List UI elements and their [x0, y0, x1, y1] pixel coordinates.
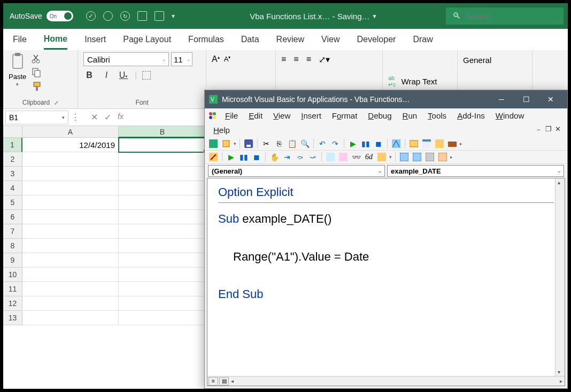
cell-B6[interactable]	[119, 210, 206, 224]
toolbar-object-icon[interactable]	[434, 138, 445, 149]
vba-menu-view[interactable]: View	[268, 110, 296, 121]
tab-review[interactable]: Review	[276, 30, 304, 49]
cell-B9[interactable]	[119, 253, 206, 268]
select-all-corner[interactable]	[3, 126, 22, 138]
orientation-icon[interactable]: ⤢▾	[319, 54, 330, 65]
vba-object-dropdown[interactable]: (General) ⌵	[208, 165, 385, 177]
vba-menu-tools[interactable]: Tools	[422, 110, 452, 121]
toolbar-find-icon[interactable]: 🔍	[299, 138, 310, 149]
toolbar-toolbox-icon[interactable]	[447, 138, 458, 149]
toolbar2-callstack-icon[interactable]	[376, 152, 387, 162]
vba-horizontal-scrollbar[interactable]: ◂ ▸	[229, 378, 565, 384]
vba-titlebar[interactable]: V Microsoft Visual Basic for Application…	[205, 90, 567, 108]
toolbar2-watch-icon[interactable]: 👓	[351, 152, 361, 162]
cell-A4[interactable]	[22, 181, 119, 195]
toolbar-dd-icon[interactable]: ▾	[234, 141, 236, 146]
toolbar-properties-icon[interactable]	[421, 138, 432, 149]
toolbar2-quickwatch-icon[interactable]: 6d	[364, 152, 374, 162]
cancel-icon[interactable]: ✕	[91, 112, 98, 122]
vba-procedure-dropdown[interactable]: example_DATE ⌵	[387, 165, 564, 177]
cell-B10[interactable]	[119, 268, 206, 282]
cell-A5[interactable]	[22, 195, 119, 210]
cell-A1[interactable]: 12/4/2019	[22, 138, 119, 152]
shrink-font-icon[interactable]: A▾	[224, 55, 231, 63]
toolbar2-win3-icon[interactable]	[425, 152, 435, 162]
qat-icon-2[interactable]	[103, 11, 113, 21]
title-dropdown-icon[interactable]: ▼	[372, 13, 377, 19]
tab-developer[interactable]: Developer	[357, 30, 396, 49]
tab-insert[interactable]: Insert	[84, 30, 106, 49]
mdi-close-icon[interactable]: ✕	[555, 125, 561, 135]
tab-view[interactable]: View	[321, 30, 339, 49]
close-button[interactable]: ✕	[538, 90, 563, 108]
cell-A8[interactable]	[22, 239, 119, 253]
maximize-button[interactable]: ☐	[514, 90, 538, 108]
tab-data[interactable]: Data	[241, 30, 259, 49]
cell-B3[interactable]	[119, 167, 206, 181]
cell-B12[interactable]	[119, 296, 206, 311]
number-format-dropdown[interactable]: General	[463, 56, 491, 65]
vba-menu-run[interactable]: Run	[397, 110, 423, 121]
toolbar2-icon1[interactable]	[208, 152, 219, 162]
vba-menu-file[interactable]: File	[220, 110, 243, 121]
vba-code-pane[interactable]: Option Explicit Sub example_DATE() Range…	[207, 178, 565, 386]
vba-code-content[interactable]: Option Explicit Sub example_DATE() Range…	[207, 178, 565, 376]
search-box[interactable]: 🔍︎	[446, 7, 564, 25]
row-header-5[interactable]: 5	[3, 195, 22, 210]
qat-icon-5[interactable]	[155, 11, 164, 21]
toolbar-paste-icon[interactable]: 📋	[287, 138, 297, 149]
toolbar2-win4-icon[interactable]	[437, 152, 448, 162]
toolbar-undo-icon[interactable]: ↶	[317, 138, 328, 149]
vba-menu-insert[interactable]: Insert	[296, 110, 327, 121]
cell-A12[interactable]	[22, 296, 119, 311]
toolbar2-stepout-icon[interactable]: ⤻	[307, 152, 318, 162]
qat-icon-1[interactable]: ✓	[86, 11, 96, 21]
cell-A11[interactable]	[22, 282, 119, 296]
italic-button[interactable]: I	[101, 70, 112, 80]
toolbar-design-icon[interactable]	[391, 138, 402, 149]
cell-A10[interactable]	[22, 268, 119, 282]
toolbar2-break-icon[interactable]: ▮▮	[238, 152, 249, 162]
scroll-right-icon[interactable]: ▸	[560, 378, 562, 384]
row-header-3[interactable]: 3	[3, 167, 22, 181]
underline-button[interactable]: U▾	[118, 70, 129, 80]
toolbar-insert-icon[interactable]	[221, 138, 232, 149]
tab-file[interactable]: File	[13, 30, 27, 49]
scroll-down-icon[interactable]: ▾	[558, 369, 560, 375]
toolbar2-stepover-icon[interactable]: ⤼	[295, 152, 305, 162]
format-painter-icon[interactable]	[32, 81, 42, 92]
toolbar-reset-icon[interactable]: ◼	[373, 138, 384, 149]
row-header-2[interactable]: 2	[3, 152, 22, 167]
align-icon2[interactable]: ≡	[294, 54, 298, 64]
scroll-left-icon[interactable]: ◂	[231, 378, 234, 384]
grow-font-icon[interactable]: A▴	[212, 54, 220, 64]
cell-B8[interactable]	[119, 239, 206, 253]
cell-B13[interactable]	[119, 311, 206, 325]
bold-button[interactable]: B	[83, 70, 95, 80]
tab-formulas[interactable]: Formulas	[188, 30, 224, 49]
row-header-6[interactable]: 6	[3, 210, 22, 224]
cell-B7[interactable]	[119, 224, 206, 239]
row-header-13[interactable]: 13	[3, 311, 22, 325]
cell-B4[interactable]	[119, 181, 206, 195]
border-button[interactable]	[142, 71, 151, 80]
row-header-9[interactable]: 9	[3, 253, 22, 268]
row-header-11[interactable]: 11	[3, 282, 22, 296]
vba-full-view-button[interactable]: ▤	[219, 377, 229, 386]
mdi-restore-icon[interactable]: ❐	[545, 125, 552, 135]
toolbar-copy-icon[interactable]: ⎘	[274, 138, 284, 149]
qat-icon-4[interactable]	[137, 11, 147, 21]
tab-home[interactable]: Home	[44, 30, 67, 50]
autosave-toggle[interactable]: On	[47, 11, 73, 21]
toolbar2-overflow-icon[interactable]: ▸	[450, 154, 453, 160]
name-box[interactable]: B1 ▾	[5, 111, 68, 124]
toolbar-run-icon[interactable]: ▶	[348, 138, 358, 149]
vba-menu-edit[interactable]: Edit	[243, 110, 268, 121]
toolbar2-win1-icon[interactable]	[399, 152, 410, 162]
toolbar-save-icon[interactable]	[243, 138, 254, 149]
toolbar2-reset-icon[interactable]: ◼	[251, 152, 262, 162]
cell-A13[interactable]	[22, 311, 119, 325]
paste-dropdown-icon[interactable]: ▾	[16, 82, 19, 87]
paste-button-block[interactable]: Paste ▾	[9, 52, 26, 87]
toolbar-redo-icon[interactable]: ↷	[330, 138, 341, 149]
